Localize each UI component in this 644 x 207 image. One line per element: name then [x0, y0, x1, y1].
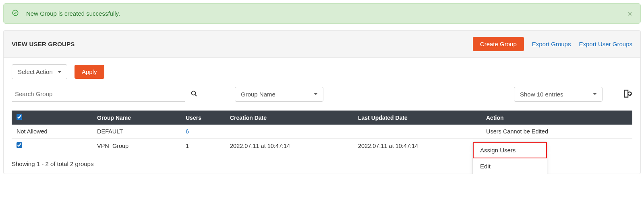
users-count-link[interactable]: 6 [186, 128, 189, 135]
row-updated [353, 125, 481, 139]
create-group-button[interactable]: Create Group [473, 37, 524, 51]
select-all-checkbox[interactable] [17, 114, 22, 120]
check-circle-icon [12, 9, 19, 18]
select-action-dropdown[interactable]: Select Action [12, 64, 67, 79]
add-column-icon[interactable] [622, 88, 632, 100]
col-users: Users [181, 111, 225, 125]
menu-edit[interactable]: Edit [473, 158, 547, 174]
page-title: VIEW USER GROUPS [12, 41, 75, 47]
alert-message: New Group is created successfully. [26, 10, 120, 17]
row-group-name: DEFAULT [92, 125, 181, 139]
search-row: Group Name Show 10 entries [12, 86, 632, 102]
col-action: Action [481, 111, 632, 125]
apply-button[interactable]: Apply [75, 65, 104, 79]
success-alert: New Group is created successfully. × [3, 3, 641, 24]
table-row: Not Allowed DEFAULT 6 Users Cannot be Ed… [12, 125, 632, 139]
panel-header: VIEW USER GROUPS Create Group Export Gro… [4, 31, 640, 58]
search-icon[interactable] [191, 90, 198, 98]
row-action-text: Users Cannot be Edited [481, 125, 632, 139]
export-user-groups-link[interactable]: Export User Groups [579, 41, 632, 47]
col-updated: Last Updated Date [353, 111, 481, 125]
row-updated: 2022.07.11 at 10:47:14 [353, 139, 481, 153]
col-created: Creation Date [225, 111, 353, 125]
filter-by-dropdown[interactable]: Group Name [235, 87, 323, 102]
svg-point-1 [192, 91, 196, 95]
bulk-action-toolbar: Select Action Apply [12, 64, 632, 79]
search-input[interactable] [12, 86, 185, 102]
search-wrap [12, 86, 198, 102]
row-checkbox[interactable] [17, 142, 22, 148]
export-groups-link[interactable]: Export Groups [532, 41, 571, 47]
panel-body: Select Action Apply Group Name [4, 58, 640, 174]
col-group-name: Group Name [92, 111, 181, 125]
row-created [225, 125, 353, 139]
action-menu: Assign Users Edit Delete Download Member… [472, 141, 547, 174]
user-groups-panel: VIEW USER GROUPS Create Group Export Gro… [3, 30, 641, 174]
users-count: 1 [181, 139, 225, 153]
close-icon[interactable]: × [627, 9, 632, 18]
row-check-cell: Not Allowed [12, 125, 92, 139]
row-created: 2022.07.11 at 10:47:14 [225, 139, 353, 153]
row-group-name: VPN_Group [92, 139, 181, 153]
menu-assign-users[interactable]: Assign Users [473, 142, 547, 158]
header-actions: Create Group Export Groups Export User G… [473, 37, 632, 51]
entries-dropdown[interactable]: Show 10 entries [514, 87, 603, 102]
